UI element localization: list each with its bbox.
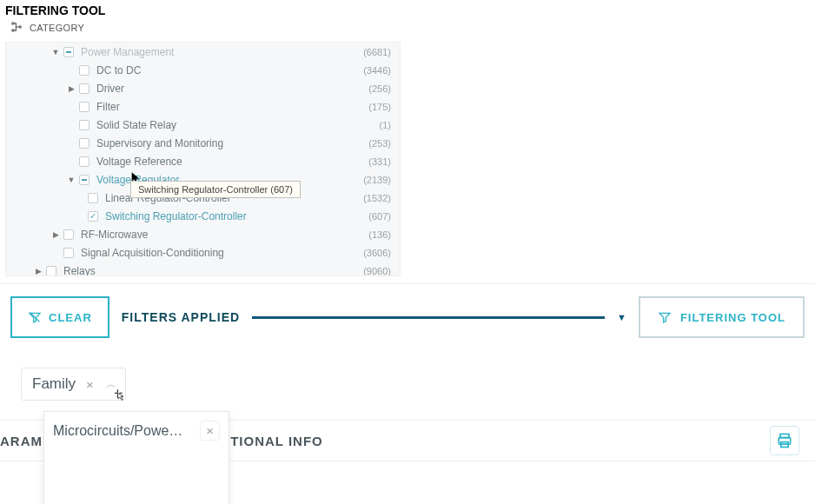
tree-label: Signal Acquisition-Conditioning [81,247,363,259]
tree-checkbox[interactable] [88,193,98,203]
tree-count: (9060) [363,266,391,276]
tree-label: Power Management [81,46,363,58]
tree-row[interactable]: ▶Signal Acquisition-Conditioning(3606) [6,243,400,262]
tree-row[interactable]: ▼Power Management(6681) [6,43,400,61]
tree-checkbox[interactable] [79,175,89,185]
tree-checkbox[interactable] [88,211,98,222]
tree-label: Voltage Reference [96,156,368,168]
tree-checkbox[interactable] [79,65,89,76]
chip-family-remove[interactable]: × [83,377,97,392]
tree-row[interactable]: ▶RF-Microwave(136) [6,225,400,243]
clear-button[interactable]: CLEAR [10,296,109,338]
filtering-tool-label: FILTERING TOOL [680,311,785,324]
category-tree: ▼Power Management(6681)▶DC to DC(3446)▶D… [5,42,401,276]
cursor-icon [113,388,127,402]
dropdown-item-label: Microcircuits/Powe… [53,423,182,439]
caret-right-icon[interactable]: ▶ [34,267,43,275]
print-button[interactable] [770,426,799,455]
tree-count: (136) [368,229,391,240]
tree-row[interactable]: ▶Supervisory and Monitoring(253) [6,134,400,152]
tree-label: Switching Regulator-Controller [105,210,368,222]
chip-family-label: Family [32,375,76,393]
tree-label: DC to DC [96,64,363,76]
tree-checkbox[interactable] [79,102,89,112]
svg-point-2 [19,26,21,28]
tab-additional-info-partial[interactable]: ITIONAL INFO [226,434,323,448]
tree-checkbox[interactable] [79,156,89,167]
tree-row[interactable]: ▶Voltage Reference(331) [6,152,400,170]
tree-checkbox[interactable] [46,266,56,276]
filters-bar: CLEAR FILTERS APPLIED ▼ FILTERING TOOL [0,283,815,350]
tree-label: Driver [96,83,368,95]
dropdown-item[interactable]: Microcircuits/Powe… × [53,421,220,441]
tree-checkbox[interactable] [79,120,89,130]
tree-checkbox[interactable] [79,83,89,94]
caret-down-icon[interactable]: ▼ [67,176,76,184]
svg-point-0 [12,23,14,24]
tree-label: RF-Microwave [81,229,368,241]
tree-count: (256) [368,83,391,94]
tree-row[interactable]: ▶Solid State Relay(1) [6,116,400,134]
chip-family[interactable]: Family × ︿ [21,368,126,401]
tree-count: (3446) [363,65,391,76]
caret-right-icon[interactable]: ▶ [67,84,76,93]
category-label: CATEGORY [30,23,84,33]
clear-label: CLEAR [49,311,92,324]
category-header: CATEGORY [0,19,815,42]
filters-divider-line [252,316,605,319]
caret-right-icon[interactable]: ▶ [51,230,60,239]
tree-row[interactable]: ▶Switching Regulator-Controller(607) [6,207,400,225]
dropdown-item-remove[interactable]: × [200,421,220,441]
caret-down-icon[interactable]: ▼ [51,48,60,56]
tree-label: Relays [63,265,363,277]
tree-count: (175) [368,102,391,112]
svg-point-1 [12,30,14,31]
tree-count: (3606) [363,248,391,258]
tree-row[interactable]: ▶DC to DC(3446) [6,61,400,79]
filter-tree-icon [10,21,23,35]
tree-row[interactable]: ▶Driver(256) [6,79,400,97]
tree-label: Filter [96,101,368,113]
tree-checkbox[interactable] [63,229,74,240]
tree-count: (1532) [363,193,391,203]
tree-checkbox[interactable] [63,47,74,57]
chip-family-dropdown: Microcircuits/Powe… × [43,411,229,504]
filtering-tool-button[interactable]: FILTERING TOOL [639,296,805,338]
page-title: FILTERING TOOL [0,0,815,19]
tree-row[interactable]: ▶Filter(175) [6,97,400,116]
applied-filter-chips: Family × ︿ Microcircuits/Powe… × [0,368,815,420]
tree-count: (1) [380,120,391,130]
tree-tooltip: Switching Regulator-Controller (607) [130,181,301,198]
tree-checkbox[interactable] [63,248,74,258]
filters-collapse-caret[interactable]: ▼ [617,312,626,322]
tree-count: (331) [368,156,391,167]
filters-applied-label: FILTERS APPLIED [122,310,240,324]
tree-count: (6681) [363,47,391,57]
tree-label: Solid State Relay [96,119,380,131]
svg-line-3 [30,313,40,322]
tree-row[interactable]: ▶Relays(9060) [6,262,400,276]
tree-label: Supervisory and Monitoring [96,137,368,149]
tree-count: (253) [368,138,391,149]
tree-count: (607) [368,211,391,222]
tree-checkbox[interactable] [79,138,89,149]
tree-count: (2139) [363,175,391,185]
